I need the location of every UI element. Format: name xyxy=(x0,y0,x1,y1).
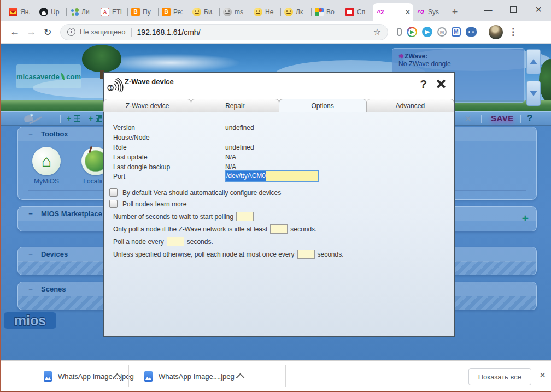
collapse-icon[interactable]: − xyxy=(27,210,34,218)
yandex-mail-icon xyxy=(9,8,17,16)
browser-tab-sp[interactable]: Сп xyxy=(342,3,373,21)
tab-advanced[interactable]: Advanced xyxy=(366,99,454,112)
browser-tab-pdf[interactable]: ETi xyxy=(97,3,128,21)
brand-name: micasaverde xyxy=(16,73,60,81)
section-title: Toolbox xyxy=(41,130,68,138)
extension-bot-icon[interactable] xyxy=(466,27,477,37)
back-button[interactable]: ← xyxy=(7,26,23,38)
reload-button[interactable]: ↻ xyxy=(39,26,56,38)
toolbox-item-mymios[interactable]: ⌂ MyMiOS xyxy=(27,147,66,185)
toolbar-separator xyxy=(520,115,521,123)
telegram-icon[interactable] xyxy=(422,27,432,37)
polling-row: Unless specified otherwise, poll each no… xyxy=(113,250,344,259)
dialog-header: Z Z-Wave device ? xyxy=(104,73,454,99)
max-poll-input[interactable] xyxy=(297,250,315,259)
browser-tab-github[interactable]: Up xyxy=(36,3,67,21)
zwave-status-title: ✻ZWave: xyxy=(398,52,518,60)
smiley-icon xyxy=(192,8,201,16)
scroll-up-button[interactable] xyxy=(526,49,541,74)
browser-tab-ne[interactable]: Не xyxy=(250,3,281,21)
browser-tab-bi[interactable]: Би. xyxy=(189,3,220,21)
extension-plane-icon[interactable] xyxy=(407,27,417,37)
collapse-icon[interactable]: − xyxy=(27,130,34,138)
tab-strip: Ян. Up Ли ETi Пу Ре: Би. ms Не Лк Во Сп … xyxy=(1,0,551,21)
add-marketplace-icon[interactable]: + xyxy=(522,213,529,224)
star-sparkle-icon: ✶ xyxy=(30,112,34,118)
close-downloads-bar-icon[interactable]: × xyxy=(540,369,546,381)
forward-button[interactable]: → xyxy=(23,26,39,38)
tab-label: ms xyxy=(235,8,247,16)
dialog-tabs: Z-Wave device Repair Options Advanced xyxy=(104,99,454,112)
maximize-button[interactable] xyxy=(501,0,526,19)
save-button[interactable]: SAVE xyxy=(491,114,514,123)
help-button[interactable]: ? xyxy=(527,113,532,124)
port-input[interactable]: /dev/ttyACM0 xyxy=(225,170,319,182)
tab-options[interactable]: Options xyxy=(279,99,367,112)
dialog-help-button[interactable]: ? xyxy=(420,78,427,91)
close-window-button[interactable]: × xyxy=(526,0,551,19)
scroll-down-button[interactable] xyxy=(526,81,541,106)
smiley-gray-icon xyxy=(223,8,232,16)
smiley-icon xyxy=(254,8,262,16)
poll-nodes-checkbox[interactable] xyxy=(109,200,118,208)
browser-tab-lk[interactable]: Лк xyxy=(281,3,312,21)
github-icon xyxy=(39,8,48,16)
extension-pill-icon[interactable] xyxy=(397,28,402,36)
auto-configure-row: By default Vera should automatically con… xyxy=(109,188,281,197)
download-filename[interactable]: WhatsApp Image....jpeg xyxy=(159,372,235,381)
profile-avatar[interactable] xyxy=(489,25,503,39)
show-all-downloads-button[interactable]: Показать все xyxy=(468,368,531,385)
tab-zwave-device[interactable]: Z-Wave device xyxy=(103,99,191,112)
checkbox-label: By default Vera should automatically con… xyxy=(122,189,281,197)
idle-seconds-input[interactable] xyxy=(270,224,288,234)
grid-icon xyxy=(74,115,80,122)
minimize-button[interactable]: — xyxy=(476,0,501,19)
field-value: N/A xyxy=(225,153,236,161)
add-panel-icon[interactable]: + xyxy=(67,114,81,123)
polling-text: Only poll a node if the Z-Wave network i… xyxy=(113,225,267,233)
bookmark-star-icon[interactable]: ☆ xyxy=(373,27,381,37)
discard-changes-icon[interactable]: ✕ xyxy=(465,114,472,124)
security-label[interactable]: Не защищено xyxy=(80,28,126,36)
extension-m-badge-icon[interactable] xyxy=(452,27,461,37)
polling-start-input[interactable] xyxy=(236,212,254,221)
dialog-close-icon[interactable] xyxy=(436,79,446,88)
browser-tab-pu[interactable]: Пу xyxy=(128,3,159,21)
extension-m-circle-icon[interactable] xyxy=(437,27,447,37)
add-panel-filled-icon[interactable]: + xyxy=(89,114,103,123)
scroll-buttons xyxy=(526,49,541,108)
wizard-wand-icon[interactable]: ✶ xyxy=(22,114,46,124)
omnibox[interactable]: i Не защищено 192.168.1.61/cmh/ ☆ xyxy=(60,24,388,40)
tab-repair[interactable]: Repair xyxy=(191,99,279,112)
arrow-up-icon xyxy=(530,59,537,64)
learn-more-link[interactable]: learn more xyxy=(155,200,186,208)
polling-text: Poll a node every xyxy=(113,238,164,246)
collapse-icon[interactable]: − xyxy=(27,250,34,258)
browser-tab-re[interactable]: Ре: xyxy=(159,3,189,21)
url-text[interactable]: 192.168.1.61/cmh/ xyxy=(137,28,201,37)
field-value: N/A xyxy=(225,163,236,171)
field-label: Last dongle backup xyxy=(113,163,170,171)
dialog-tab-label: Z-Wave device xyxy=(126,102,169,110)
auto-configure-checkbox[interactable] xyxy=(109,188,118,197)
info-icon[interactable]: i xyxy=(67,28,75,36)
download-filename[interactable]: WhatsApp Image....jpeg xyxy=(58,372,134,381)
browser-tab-active[interactable]: ^2× xyxy=(373,3,413,21)
browser-menu-icon[interactable]: ⋮ xyxy=(508,26,518,38)
collapse-icon[interactable]: − xyxy=(27,285,34,293)
polling-row: Poll a node every seconds. xyxy=(113,237,213,246)
new-tab-button[interactable]: + xyxy=(447,4,462,20)
image-file-icon xyxy=(144,371,153,382)
browser-tab-yandex[interactable]: Ян. xyxy=(5,3,36,21)
browser-tab-li[interactable]: Ли xyxy=(67,3,97,21)
grid-icon xyxy=(96,115,102,122)
field-label: House/Node xyxy=(113,134,150,141)
tab-label: Би. xyxy=(204,8,216,16)
browser-tab-sys[interactable]: ^2Sys xyxy=(413,3,444,21)
browser-tab-maps[interactable]: Во xyxy=(312,3,342,21)
browser-tab-ms[interactable]: ms xyxy=(220,3,250,21)
tab-close-icon[interactable]: × xyxy=(406,8,410,16)
poll-interval-input[interactable] xyxy=(167,237,184,246)
zwave-status-message: No ZWave dongle xyxy=(398,60,518,68)
chevron-up-icon[interactable] xyxy=(236,373,245,382)
